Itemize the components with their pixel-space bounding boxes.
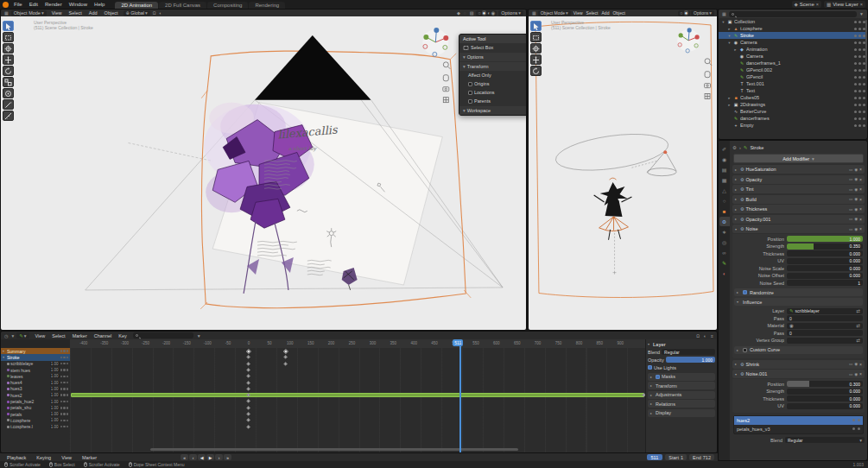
viewport-menu-item[interactable]: Add bbox=[600, 10, 611, 16]
hide-viewport-icon[interactable] bbox=[854, 35, 857, 37]
options-menu[interactable]: Options▾ bbox=[691, 10, 714, 16]
affect-only-checkbox-row[interactable]: Locations bbox=[459, 88, 526, 97]
mute-icon[interactable] bbox=[60, 394, 63, 396]
modifier-header[interactable]: ▸ ⚙ Opacity.001 ▭ ◉ × bbox=[732, 215, 865, 224]
ortho-grid-icon[interactable] bbox=[443, 98, 448, 103]
dope-menu-item[interactable]: Select bbox=[48, 333, 68, 338]
options-section-header[interactable]: ▾Options bbox=[459, 53, 526, 61]
use-lights-checkbox[interactable] bbox=[648, 365, 652, 370]
hide-viewport-icon[interactable] bbox=[854, 97, 857, 99]
dope-menu-item[interactable]: View bbox=[32, 333, 49, 338]
section-checkbox[interactable] bbox=[656, 375, 660, 379]
render-toggle-icon[interactable]: ◉ bbox=[854, 177, 858, 181]
editmode-toggle-icon[interactable]: ▭ bbox=[849, 362, 852, 366]
viewport-menu-item[interactable]: Add bbox=[86, 10, 101, 16]
expand-caret-icon[interactable]: ▾ bbox=[3, 349, 6, 353]
channel-value-field[interactable]: 1.00 bbox=[50, 406, 60, 410]
expand-caret-icon[interactable]: ▾ bbox=[3, 355, 6, 359]
render-toggle-icon[interactable]: ◉ bbox=[854, 227, 858, 231]
disable-viewport-icon[interactable] bbox=[858, 48, 861, 51]
editmode-toggle-icon[interactable]: ▭ bbox=[849, 217, 852, 221]
scene-unlink-icon[interactable]: × bbox=[816, 2, 819, 7]
collapsed-section-header[interactable]: ▸ Adjustments bbox=[648, 391, 715, 399]
hide-viewport-icon[interactable] bbox=[854, 41, 857, 44]
editmode-toggle-icon[interactable]: ▭ bbox=[849, 227, 852, 231]
gizmo-toggle-icon[interactable]: ◆ bbox=[456, 10, 461, 16]
channel-value-field[interactable]: 1.00 bbox=[50, 418, 60, 422]
lock-icon[interactable] bbox=[67, 420, 69, 422]
zoom-icon[interactable] bbox=[443, 62, 450, 69]
remove-modifier-icon[interactable]: × bbox=[859, 226, 862, 231]
dope-menu-item[interactable]: Key bbox=[115, 333, 130, 338]
hide-viewport-icon[interactable] bbox=[854, 83, 857, 85]
keyframe-diamond[interactable] bbox=[246, 362, 250, 366]
properties-tab[interactable]: ■ bbox=[719, 206, 730, 216]
shading-solid-icon[interactable]: ● bbox=[482, 10, 486, 16]
use-lights-row[interactable]: Use Lights bbox=[648, 364, 715, 371]
disable-render-icon[interactable] bbox=[863, 97, 865, 99]
lock-icon[interactable] bbox=[858, 419, 860, 421]
checkbox-icon[interactable] bbox=[468, 82, 472, 86]
properties-tab[interactable]: ✐ bbox=[719, 144, 730, 154]
render-toggle-icon[interactable]: ◉ bbox=[854, 217, 858, 221]
property-slider[interactable]: 0.000 bbox=[787, 395, 863, 402]
channel-value-field[interactable]: 1.00 bbox=[50, 425, 60, 429]
remove-modifier-icon[interactable]: × bbox=[859, 206, 862, 212]
property-slider[interactable]: 0.000 bbox=[787, 265, 863, 271]
outliner-row[interactable]: ▸ ▣ 2Ddrawings bbox=[719, 101, 867, 108]
checkbox-icon[interactable] bbox=[468, 99, 472, 104]
property-slider[interactable]: 0.000 bbox=[787, 258, 863, 264]
keyframe-diamond[interactable] bbox=[246, 412, 250, 416]
overlay-menu-icon[interactable]: ≡ bbox=[710, 333, 714, 338]
hide-viewport-icon[interactable] bbox=[854, 69, 857, 72]
disable-render-icon[interactable] bbox=[863, 104, 865, 106]
hide-viewport-icon[interactable] bbox=[854, 111, 857, 113]
workspace-tab[interactable]: Rendering bbox=[249, 2, 285, 9]
properties-tab[interactable]: ∗ bbox=[719, 227, 730, 237]
opacity-slider[interactable]: 1.000 bbox=[666, 357, 715, 363]
keyframe-diamond[interactable] bbox=[283, 356, 288, 360]
lock-icon[interactable] bbox=[858, 427, 860, 430]
layer-select[interactable]: ✎ scribblelayer ⇄ bbox=[787, 308, 863, 314]
ortho-grid-icon[interactable] bbox=[705, 94, 710, 99]
expand-caret-icon[interactable]: ▾ bbox=[721, 20, 725, 24]
select-box-tool-button[interactable] bbox=[530, 32, 542, 42]
onion-icon[interactable] bbox=[63, 420, 66, 422]
keyframe-diamond[interactable] bbox=[246, 419, 250, 423]
remove-modifier-icon[interactable]: × bbox=[859, 217, 862, 222]
outliner-row[interactable]: + Empty bbox=[719, 122, 867, 129]
keyframe-diamond[interactable] bbox=[283, 362, 288, 366]
filter-funnel-icon[interactable]: ▼ bbox=[858, 11, 865, 16]
select-box-entry[interactable]: Select Box bbox=[459, 43, 526, 52]
remove-modifier-icon[interactable]: × bbox=[859, 167, 862, 172]
keyframe-diamond[interactable] bbox=[283, 349, 288, 353]
rotate-tool-button[interactable] bbox=[3, 66, 14, 76]
property-slider[interactable]: 1.000 bbox=[787, 236, 863, 242]
gp-frame-bar[interactable] bbox=[71, 393, 643, 397]
pan-hand-icon[interactable] bbox=[705, 72, 710, 78]
channel-value-field[interactable]: 1.00 bbox=[50, 393, 60, 397]
navigation-gizmo[interactable] bbox=[422, 28, 448, 56]
disable-render-icon[interactable] bbox=[863, 111, 865, 113]
transport-button[interactable]: ‹ bbox=[189, 454, 197, 460]
editor-type-caret[interactable]: ▾ bbox=[11, 333, 14, 338]
keyframe-diamond[interactable] bbox=[246, 387, 250, 391]
property-slider[interactable]: 0.000 bbox=[787, 403, 863, 409]
lock-icon[interactable] bbox=[67, 413, 69, 415]
editor-type-icon[interactable]: ▦ bbox=[531, 10, 537, 16]
outliner-row[interactable]: ✎ dancerframes bbox=[719, 115, 867, 122]
view-layer-unlink-icon[interactable]: × bbox=[860, 2, 863, 7]
onion-skin-icon[interactable] bbox=[852, 427, 855, 430]
viewport-menu-item[interactable]: Object bbox=[611, 10, 626, 16]
transport-button[interactable]: › bbox=[215, 454, 223, 460]
mute-icon[interactable] bbox=[60, 382, 63, 384]
outliner-row[interactable]: ✎ GPencil.002 bbox=[719, 66, 867, 73]
hide-viewport-icon[interactable] bbox=[854, 62, 857, 65]
properties-tab[interactable]: ▦ bbox=[719, 175, 730, 185]
disable-render-icon[interactable] bbox=[863, 83, 865, 85]
options-menu[interactable]: Options▾ bbox=[498, 10, 523, 16]
transport-button[interactable]: » bbox=[224, 454, 231, 460]
shading-solid-icon[interactable]: ● bbox=[684, 10, 688, 16]
current-frame-field[interactable]: 511 bbox=[647, 454, 663, 460]
channel-row[interactable]: stem hues 1.00 bbox=[1, 367, 70, 373]
